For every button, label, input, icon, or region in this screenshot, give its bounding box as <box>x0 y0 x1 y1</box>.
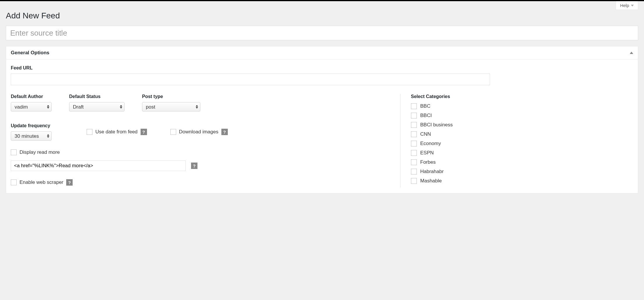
default-status-select[interactable]: Draft <box>69 102 125 111</box>
category-item: BBC <box>411 103 633 109</box>
page-wrap: Help Add New Feed General Options Feed U… <box>0 1 644 199</box>
category-checkbox[interactable] <box>411 178 417 184</box>
category-label: Economy <box>420 141 441 146</box>
source-title-input[interactable] <box>6 26 638 40</box>
help-label: Help <box>620 3 629 8</box>
enable-scraper-label: Enable web scraper <box>20 179 63 185</box>
category-item: BBCI business <box>411 122 633 128</box>
category-checkbox[interactable] <box>411 159 417 165</box>
panel-body: Feed URL Default Author vadim <box>6 60 638 193</box>
help-icon[interactable]: ? <box>66 179 73 186</box>
category-item: Habrahabr <box>411 169 633 175</box>
enable-scraper-checkbox[interactable] <box>11 179 17 185</box>
category-checkbox[interactable] <box>411 122 417 128</box>
post-type-group: Post type post <box>142 94 200 111</box>
category-label: BBCI business <box>420 122 453 128</box>
options-columns: Default Author vadim Default Status <box>11 94 633 187</box>
category-label: CNN <box>420 131 431 137</box>
display-read-more-label: Display read more <box>20 149 60 155</box>
chevron-down-icon <box>631 5 634 6</box>
post-type-select[interactable]: post <box>142 102 200 111</box>
category-checkbox[interactable] <box>411 169 417 175</box>
feed-url-input[interactable] <box>11 74 490 85</box>
default-author-group: Default Author vadim <box>11 94 52 111</box>
categories-list: BBC BBCI BBCI business CNN Economy ESPN … <box>411 103 633 184</box>
category-checkbox[interactable] <box>411 103 417 109</box>
category-checkbox[interactable] <box>411 141 417 146</box>
download-images-checkbox[interactable] <box>170 129 176 135</box>
update-frequency-label: Update frequency <box>11 123 63 128</box>
help-icon[interactable]: ? <box>221 129 228 135</box>
default-status-label: Default Status <box>69 94 125 99</box>
collapse-icon[interactable] <box>630 52 633 54</box>
right-column: Select Categories BBC BBCI BBCI business… <box>409 94 633 187</box>
category-label: ESPN <box>420 150 434 156</box>
category-item: BBCI <box>411 113 633 118</box>
category-label: Mashable <box>420 178 442 184</box>
page-title: Add New Feed <box>6 11 638 20</box>
panel-title: General Options <box>11 50 49 56</box>
feed-url-label: Feed URL <box>11 65 633 71</box>
title-row <box>6 26 638 40</box>
category-label: Habrahabr <box>420 169 444 175</box>
field-row-top: Default Author vadim Default Status <box>11 94 394 111</box>
category-item: Economy <box>411 141 633 146</box>
category-item: Mashable <box>411 178 633 184</box>
read-more-input[interactable] <box>11 161 186 171</box>
update-frequency-group: Update frequency 30 minutes <box>11 123 63 141</box>
default-author-select[interactable]: vadim <box>11 102 52 111</box>
category-label: BBCI <box>420 113 432 118</box>
default-author-label: Default Author <box>11 94 52 99</box>
category-item: CNN <box>411 131 633 137</box>
read-more-input-row: ? <box>11 161 394 171</box>
category-label: Forbes <box>420 159 436 165</box>
categories-title: Select Categories <box>411 94 633 99</box>
field-row-mid: Update frequency 30 minutes Use date fro… <box>11 123 394 141</box>
default-status-group: Default Status Draft <box>69 94 125 111</box>
download-images-label: Download images <box>179 129 218 135</box>
help-icon[interactable]: ? <box>141 129 147 135</box>
left-column: Default Author vadim Default Status <box>11 94 400 187</box>
use-date-row: Use date from feed ? <box>87 129 147 135</box>
use-date-checkbox[interactable] <box>87 129 92 135</box>
category-checkbox[interactable] <box>411 113 417 118</box>
category-item: Forbes <box>411 159 633 165</box>
post-type-label: Post type <box>142 94 200 99</box>
category-checkbox[interactable] <box>411 131 417 137</box>
category-checkbox[interactable] <box>411 150 417 156</box>
read-more-section: Display read more ? <box>11 149 394 171</box>
help-button[interactable]: Help <box>616 1 638 10</box>
update-frequency-select[interactable]: 30 minutes <box>11 131 52 141</box>
use-date-label: Use date from feed <box>95 129 138 135</box>
help-icon[interactable]: ? <box>191 163 197 169</box>
display-read-more-checkbox[interactable] <box>11 149 17 155</box>
display-read-more-row: Display read more <box>11 149 394 155</box>
category-item: ESPN <box>411 150 633 156</box>
panel-header[interactable]: General Options <box>6 46 638 60</box>
category-label: BBC <box>420 103 430 109</box>
enable-scraper-row: Enable web scraper ? <box>11 179 394 186</box>
download-images-row: Download images ? <box>170 129 228 135</box>
general-options-panel: General Options Feed URL Default Author … <box>6 46 638 193</box>
